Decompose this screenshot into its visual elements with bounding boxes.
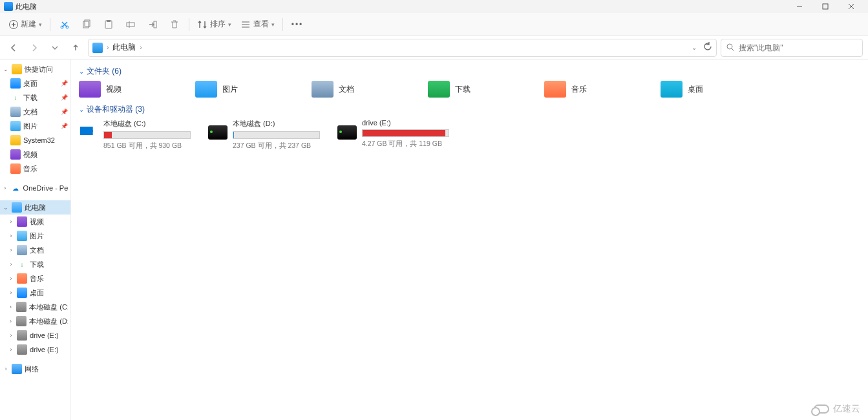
sidebar-item[interactable]: 桌面 📌 [0, 76, 70, 90]
pin-icon: 📌 [61, 80, 68, 87]
folder-icon [10, 107, 21, 117]
folder-icon [17, 216, 27, 227]
cloud-icon: ☁ [10, 183, 21, 193]
pin-icon: 📌 [61, 94, 68, 101]
folder-item[interactable]: 文档 [312, 81, 402, 98]
chevron-down-icon: ▾ [39, 21, 42, 28]
folder-item[interactable]: 视频 [79, 81, 169, 98]
drive-item[interactable]: drive (E:) 4.27 GB 可用，共 119 GB [337, 119, 454, 151]
folder-icon [10, 163, 21, 174]
minimize-button[interactable] [787, 0, 812, 13]
sidebar-item[interactable]: System32 [0, 133, 70, 147]
drive-usage-bar [103, 131, 191, 139]
folder-icon: ↓ [17, 259, 27, 269]
sidebar-item[interactable]: › 本地磁盘 (D:) [0, 314, 70, 328]
sidebar-item[interactable]: 图片 📌 [0, 119, 70, 133]
search-icon [726, 43, 735, 52]
breadcrumb-root[interactable]: 此电脑 [112, 42, 136, 53]
share-button[interactable] [142, 16, 163, 34]
sidebar-item[interactable]: › 音乐 [0, 271, 70, 286]
sidebar-quick-access[interactable]: ⌄ 快捷访问 [0, 62, 70, 76]
sidebar-item[interactable]: 视频 [0, 147, 70, 162]
sidebar-item[interactable]: › drive (E:) [0, 342, 70, 357]
cut-button[interactable] [54, 16, 75, 34]
folder-icon [17, 344, 27, 355]
sidebar-item[interactable]: ›↓ 下载 [0, 257, 70, 271]
sidebar-this-pc[interactable]: ⌄ 此电脑 [0, 200, 70, 215]
window-title: 此电脑 [16, 2, 37, 12]
nav-up-button[interactable] [67, 39, 84, 56]
drive-icon [208, 125, 228, 140]
chevron-down-icon[interactable]: ⌄ [692, 44, 697, 51]
folder-icon [428, 81, 450, 98]
view-button[interactable]: 查看 ▾ [237, 16, 279, 34]
folder-icon [17, 330, 27, 341]
toolbar: 新建 ▾ 排序 ▾ 查看 ▾ ••• [0, 13, 868, 36]
folder-icon [312, 81, 333, 98]
sidebar-network[interactable]: › 网络 [0, 362, 70, 376]
folder-icon [661, 81, 683, 98]
folder-icon [16, 316, 26, 326]
folder-icon [17, 273, 27, 284]
drive-usage-bar [362, 129, 449, 137]
network-icon [12, 364, 22, 374]
sidebar-item[interactable]: › 桌面 [0, 286, 70, 300]
paste-button[interactable] [98, 16, 119, 34]
watermark: 亿速云 [814, 403, 860, 415]
sidebar-item[interactable]: › 文档 [0, 243, 70, 257]
drive-usage-bar [233, 131, 320, 139]
pc-icon [12, 202, 22, 213]
search-input[interactable] [739, 43, 857, 52]
drive-item[interactable]: 本地磁盘 (D:) 237 GB 可用，共 237 GB [208, 119, 324, 151]
nav-recent-button[interactable] [47, 39, 63, 56]
folder-icon [544, 81, 566, 98]
rename-button[interactable] [120, 16, 141, 34]
folder-icon [16, 302, 26, 312]
sidebar-item[interactable]: 音乐 [0, 162, 70, 176]
copy-button[interactable] [76, 16, 97, 34]
chevron-down-icon: ▾ [271, 21, 275, 28]
sidebar-onedrive[interactable]: › ☁ OneDrive - Person [0, 181, 70, 195]
sidebar-item[interactable]: ↓ 下载 📌 [0, 90, 70, 105]
nav-back-button[interactable] [5, 39, 22, 56]
folder-item[interactable]: 图片 [195, 81, 286, 98]
this-pc-icon [92, 43, 103, 53]
refresh-icon[interactable] [703, 42, 712, 53]
drive-icon [79, 125, 98, 140]
folder-item[interactable]: 下载 [428, 81, 518, 98]
sort-label: 排序 [210, 19, 226, 30]
folder-icon [17, 288, 27, 298]
svg-rect-10 [127, 23, 134, 26]
folder-icon [10, 149, 21, 160]
more-button[interactable]: ••• [287, 16, 308, 34]
content-area: ⌄ 文件夹 (6) 视频 图片 文档 下载 音乐 桌面 ⌄ 设备和驱动器 (3)… [71, 59, 868, 420]
folder-item[interactable]: 音乐 [544, 81, 635, 98]
svg-rect-1 [823, 4, 828, 9]
group-header-drives[interactable]: ⌄ 设备和驱动器 (3) [79, 104, 860, 115]
pin-icon: 📌 [61, 109, 68, 115]
cloud-icon [814, 404, 829, 414]
svg-rect-9 [107, 20, 111, 22]
sidebar-item[interactable]: › 本地磁盘 (C:) [0, 300, 70, 314]
sidebar-item[interactable]: › 视频 [0, 215, 70, 229]
maximize-button[interactable] [812, 0, 838, 13]
close-button[interactable] [838, 0, 864, 13]
drive-item[interactable]: 本地磁盘 (C:) 851 GB 可用，共 930 GB [79, 119, 195, 151]
nav-forward-button[interactable] [26, 39, 43, 56]
group-header-folders[interactable]: ⌄ 文件夹 (6) [79, 66, 860, 77]
folder-icon [10, 121, 21, 131]
sort-button[interactable]: 排序 ▾ [193, 16, 235, 34]
folder-icon [17, 231, 27, 241]
search-box[interactable] [721, 39, 863, 57]
sidebar-item[interactable]: › drive (E:) [0, 328, 70, 342]
nav-row: › 此电脑 › ⌄ [0, 36, 868, 59]
address-bar[interactable]: › 此电脑 › ⌄ [88, 39, 717, 57]
pin-icon: 📌 [61, 123, 68, 129]
folder-item[interactable]: 桌面 [661, 81, 751, 98]
delete-button[interactable] [164, 16, 185, 34]
new-button[interactable]: 新建 ▾ [5, 16, 46, 34]
sidebar-item[interactable]: › 图片 [0, 229, 70, 243]
drive-icon [337, 125, 357, 140]
sidebar-item[interactable]: 文档 📌 [0, 105, 70, 119]
star-icon [12, 64, 22, 74]
